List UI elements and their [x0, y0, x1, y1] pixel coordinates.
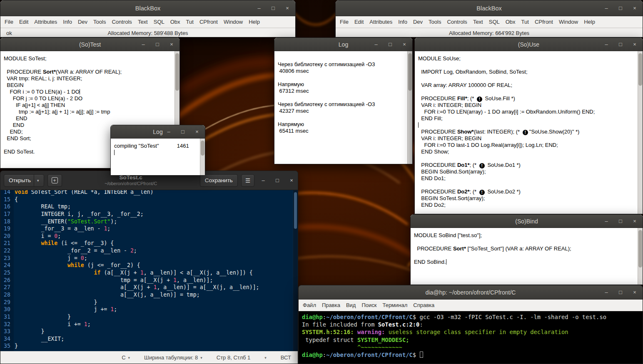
maximize-button[interactable]: □: [618, 5, 623, 11]
blackbox-menu-item-12[interactable]: Window: [559, 19, 578, 25]
blackbox-menu-item-3[interactable]: Info: [63, 19, 72, 25]
editor-view[interactable]: 14void SoTest_Sort (REAL *a, INTEGER a__…: [0, 190, 298, 351]
document-area[interactable]: compiling "SoTest" 1461: [111, 139, 200, 175]
close-button[interactable]: ×: [401, 42, 407, 47]
blackbox-menu-item-8[interactable]: SQL: [489, 19, 500, 25]
close-button[interactable]: ×: [289, 178, 294, 183]
maximize-button[interactable]: □: [618, 42, 623, 47]
tab-width-selector[interactable]: Ширина табуляции: 8 ▾: [144, 354, 202, 361]
blackbox-menu-item-11[interactable]: CPfront: [535, 19, 553, 25]
minimize-button[interactable]: –: [140, 42, 146, 47]
document-area[interactable]: Через библиотеку с оптимизацией -O3 4080…: [274, 51, 407, 164]
title-bar[interactable]: Log –□×: [274, 38, 412, 51]
maximize-button[interactable]: □: [180, 129, 186, 135]
blackbox-menu-item-2[interactable]: Attributes: [369, 19, 392, 25]
blackbox-menu-item-6[interactable]: Controls: [112, 19, 132, 25]
minimize-button[interactable]: –: [603, 5, 609, 11]
title-bar[interactable]: (So)Test –□×: [0, 38, 179, 51]
commander-icon[interactable]: !: [477, 97, 482, 102]
title-bar[interactable]: Log –□×: [111, 125, 205, 139]
blackbox-menu-item-11[interactable]: CPfront: [199, 19, 218, 25]
terminal-menu-item-2[interactable]: Вид: [346, 302, 356, 308]
close-button[interactable]: ×: [194, 129, 200, 135]
terminal-screen[interactable]: dia@hp:~/oberon/ofront/CPfront/C$ gcc -O…: [299, 311, 643, 364]
scrollbar-thumb[interactable]: [638, 230, 642, 267]
blackbox-menu-item-3[interactable]: Info: [398, 19, 407, 25]
title-bar[interactable]: BlackBox –□×: [336, 0, 643, 16]
blackbox-menu-item-0[interactable]: File: [5, 19, 13, 25]
blackbox-menu-item-13[interactable]: Help: [584, 19, 595, 25]
blackbox-menu-item-1[interactable]: Edit: [354, 19, 364, 25]
new-document-button[interactable]: +: [47, 174, 62, 187]
terminal-menu-item-5[interactable]: Справка: [413, 302, 434, 308]
scrollbar[interactable]: [638, 228, 643, 285]
blackbox-menu-item-7[interactable]: Text: [473, 19, 483, 25]
maximize-button[interactable]: □: [618, 218, 623, 224]
document-area[interactable]: MODULE SoBind ["test.so"]; PROCEDURE Sor…: [411, 228, 638, 285]
code-line: 21 while (i <= _for__3) {: [2, 240, 298, 247]
close-button[interactable]: ×: [632, 290, 638, 295]
close-button[interactable]: ×: [284, 5, 290, 11]
title-bar[interactable]: (So)Use –□×: [415, 38, 643, 51]
language-selector[interactable]: C ▾: [122, 354, 130, 361]
minimize-button[interactable]: –: [373, 42, 379, 47]
minimize-button[interactable]: –: [603, 42, 609, 47]
blackbox-menu-item-6[interactable]: Controls: [447, 19, 467, 25]
minimize-button[interactable]: –: [603, 218, 609, 224]
blackbox-menu-item-10[interactable]: Tut: [186, 19, 194, 25]
scrollbar[interactable]: [638, 51, 643, 214]
blackbox-menu-item-1[interactable]: Edit: [19, 19, 28, 25]
terminal-menu-item-0[interactable]: Файл: [303, 302, 316, 308]
document-area[interactable]: MODULE SoUse; IMPORT Log, ObxRandom, SoB…: [415, 51, 638, 214]
blackbox-menu-item-9[interactable]: Obx: [506, 19, 516, 25]
blackbox-menu-item-12[interactable]: Window: [224, 19, 243, 25]
maximize-button[interactable]: □: [155, 42, 160, 47]
blackbox-menu-item-2[interactable]: Attributes: [34, 19, 57, 25]
blackbox-menu-item-9[interactable]: Obx: [170, 19, 180, 25]
blackbox-menu-item-10[interactable]: Tut: [521, 19, 529, 25]
commander-icon[interactable]: !: [523, 130, 528, 135]
blackbox-menu-item-5[interactable]: Tools: [429, 19, 441, 25]
terminal-menu-item-4[interactable]: Терминал: [382, 302, 407, 308]
minimize-button[interactable]: –: [603, 290, 609, 295]
commander-icon[interactable]: !: [479, 190, 485, 195]
title-bar[interactable]: (So)Bind –□×: [411, 215, 643, 228]
blackbox-menu-item-4[interactable]: Dev: [78, 19, 87, 25]
blackbox-menu-item-13[interactable]: Help: [249, 19, 260, 25]
scrollbar-thumb[interactable]: [201, 141, 204, 156]
title-bar[interactable]: dia@hp: ~/oberon/ofront/CPfront/C –□×: [299, 285, 643, 300]
open-button[interactable]: Открыть ▾: [4, 174, 44, 187]
blackbox-menu-item-7[interactable]: Text: [138, 19, 148, 25]
close-button[interactable]: ×: [632, 42, 638, 47]
terminal-menu-item-1[interactable]: Правка: [322, 302, 340, 308]
title-bar[interactable]: BlackBox –□×: [0, 0, 295, 16]
maximize-button[interactable]: □: [274, 178, 280, 183]
maximize-button[interactable]: □: [618, 290, 623, 295]
close-button[interactable]: ×: [169, 42, 174, 47]
menu-button[interactable]: ☰: [241, 174, 254, 187]
text-run: PROCEDURE: [414, 245, 453, 252]
blackbox-menu-item-0[interactable]: File: [340, 19, 349, 25]
scrollbar-thumb[interactable]: [408, 53, 412, 91]
scrollbar[interactable]: [200, 139, 205, 175]
scrollbar-thumb[interactable]: [175, 53, 179, 91]
blackbox-menu-item-5[interactable]: Tools: [93, 19, 106, 25]
close-button[interactable]: ×: [632, 5, 638, 11]
minimize-button[interactable]: –: [256, 5, 262, 11]
scrollbar[interactable]: [407, 51, 412, 164]
maximize-button[interactable]: □: [270, 5, 276, 11]
blackbox-menu-item-4[interactable]: Dev: [413, 19, 423, 25]
terminal-menu-item-3[interactable]: Поиск: [361, 302, 376, 308]
cursor-position[interactable]: Стр 8, Стлб 1: [217, 354, 251, 361]
scrollbar-thumb[interactable]: [638, 53, 642, 86]
blackbox-menu-item-8[interactable]: SQL: [154, 19, 164, 25]
minimize-button[interactable]: –: [166, 129, 172, 135]
minimize-button[interactable]: –: [260, 178, 266, 183]
close-button[interactable]: ×: [632, 218, 638, 224]
editor-scrollbar[interactable]: [293, 190, 298, 351]
save-button[interactable]: Сохранить: [200, 174, 238, 187]
commander-icon[interactable]: !: [479, 163, 485, 168]
scrollbar-thumb[interactable]: [294, 192, 297, 229]
goto-line-dropdown[interactable]: ▾: [264, 356, 267, 360]
maximize-button[interactable]: □: [387, 42, 393, 47]
